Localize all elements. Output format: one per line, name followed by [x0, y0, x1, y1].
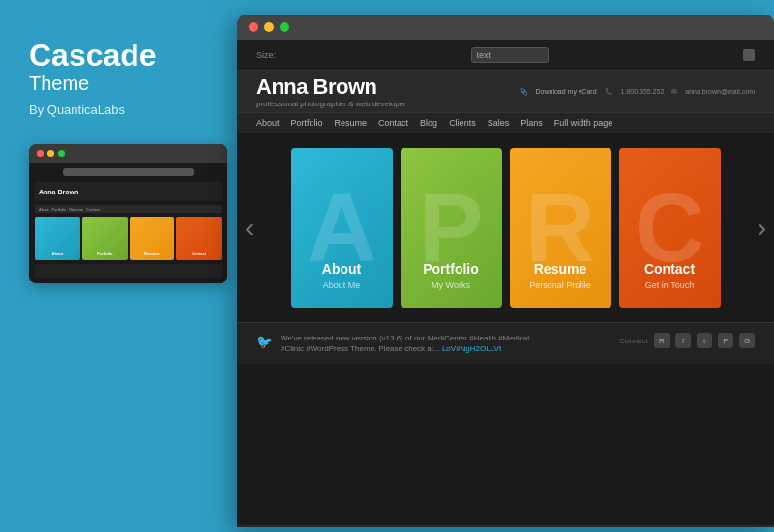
phone-icon: 📞 — [605, 88, 613, 96]
theme-title-block: Cascade Theme By QuanticaLabs — [29, 39, 203, 144]
theme-type: Theme — [29, 73, 203, 95]
card-contact[interactable]: C Contact Get in Touch — [619, 148, 721, 308]
nav-clients[interactable]: Clients — [449, 118, 476, 128]
large-browser-bar — [237, 15, 774, 40]
card-portfolio-subtitle: My Works — [423, 281, 479, 290]
card-portfolio-title: Portfolio — [423, 261, 479, 277]
card-about-title: About — [322, 261, 361, 277]
site-logo-row: Anna Brown professional photographer & w… — [237, 71, 774, 113]
small-nav-portfolio: Portfolio — [51, 207, 66, 212]
site-logo-section: Anna Brown professional photographer & w… — [256, 74, 520, 108]
large-dot-yellow — [264, 22, 274, 32]
search-icon[interactable] — [743, 49, 755, 61]
site-top-bar: Size: — [237, 40, 774, 71]
card-resume[interactable]: R Resume Personal Profile — [510, 148, 611, 308]
card-about[interactable]: A About About Me — [291, 148, 393, 308]
card-resume-title: Resume — [529, 261, 591, 277]
small-nav-about: About — [39, 207, 48, 212]
site-main-cards-section: ‹ A About About Me P Portfoli — [237, 133, 774, 322]
nav-sales[interactable]: Sales — [488, 118, 510, 128]
card-resume-subtitle: Personal Profile — [529, 281, 591, 290]
nav-contact[interactable]: Contact — [378, 118, 408, 128]
nav-about[interactable]: About — [256, 118, 280, 128]
footer-connect-section: Connect R f t P G — [619, 333, 755, 348]
theme-name: Cascade — [29, 39, 203, 73]
card-portfolio-text: Portfolio My Works — [423, 261, 479, 290]
small-nav-resume: Resume — [69, 207, 83, 212]
small-card-contact: Contact — [176, 217, 222, 260]
large-dot-green — [280, 22, 289, 32]
nav-resume[interactable]: Resume — [335, 118, 368, 128]
google-icon[interactable]: G — [739, 333, 755, 348]
nav-fullwidth[interactable]: Full width page — [554, 118, 613, 128]
large-dot-red — [249, 22, 258, 32]
nav-plans[interactable]: Plans — [521, 118, 543, 128]
site-tagline: professional photographer & web develope… — [256, 100, 520, 108]
small-site-footer — [35, 264, 222, 278]
tweet-text: We've released new version (v13.6) of ou… — [281, 333, 529, 354]
small-address-bar — [63, 168, 194, 176]
small-site-nav: About Portfolio Resume Contact — [35, 205, 222, 213]
small-card-about-label: About — [52, 251, 64, 256]
next-arrow[interactable]: › — [758, 213, 766, 244]
small-site-header: Anna Brown — [35, 182, 222, 201]
tweet-link[interactable]: LoV#NgH2OLLVt — [442, 344, 501, 353]
site-search-label: Size: — [256, 50, 276, 60]
phone-number: 1.800.355.252 — [621, 88, 665, 95]
small-browser-bar — [29, 144, 227, 163]
small-card-portfolio: Portfolio — [82, 217, 128, 260]
small-browser-mockup: Anna Brown About Portfolio Resume Contac… — [29, 144, 227, 283]
card-about-subtitle: About Me — [322, 281, 361, 290]
small-nav-contact: Contact — [86, 207, 100, 212]
site-contact-info: 📎 Download my vCard 📞 1.800.355.252 ✉ an… — [520, 88, 756, 96]
card-about-text: About About Me — [322, 261, 361, 290]
vcard-icon: 📎 — [520, 88, 528, 96]
twitter-bird-icon: 🐦 — [256, 334, 273, 349]
theme-author: By QuanticaLabs — [29, 103, 203, 117]
small-card-about: About — [35, 217, 80, 260]
nav-blog[interactable]: Blog — [420, 118, 437, 128]
search-input[interactable] — [471, 47, 549, 63]
small-card-resume: Resume — [130, 217, 175, 260]
email-icon: ✉ — [671, 88, 677, 96]
vcard-link[interactable]: Download my vCard — [536, 88, 597, 95]
card-contact-subtitle: Get in Touch — [644, 281, 695, 290]
email-address: anna.brown@mail.com — [685, 88, 755, 95]
prev-arrow[interactable]: ‹ — [245, 213, 253, 244]
small-card-resume-label: Resume — [144, 251, 160, 256]
left-panel: Cascade Theme By QuanticaLabs Anna Brown… — [0, 0, 232, 532]
small-card-portfolio-label: Portfolio — [97, 251, 112, 256]
cards-container: A About About Me P Portfolio My Works — [237, 133, 774, 322]
card-portfolio[interactable]: P Portfolio My Works — [401, 148, 502, 308]
pinterest-icon[interactable]: P — [718, 333, 733, 348]
large-browser-content: Size: Anna Brown professional photograph… — [237, 40, 774, 525]
card-contact-title: Contact — [644, 261, 695, 277]
small-dot-yellow — [47, 150, 54, 157]
site-nav: About Portfolio Resume Contact Blog Clie… — [237, 113, 774, 133]
twitter-icon[interactable]: t — [697, 333, 712, 348]
connect-label: Connect — [619, 337, 648, 345]
card-contact-text: Contact Get in Touch — [644, 261, 695, 290]
small-dot-green — [58, 150, 65, 157]
site-name: Anna Brown — [256, 74, 520, 100]
nav-portfolio[interactable]: Portfolio — [291, 118, 323, 128]
small-site-name: Anna Brown — [39, 189, 78, 195]
small-card-contact-label: Contact — [192, 251, 206, 256]
card-resume-text: Resume Personal Profile — [529, 261, 591, 290]
small-dot-red — [37, 150, 44, 157]
footer-tweet-section: 🐦 We've released new version (v13.6) of … — [256, 333, 529, 354]
facebook-icon[interactable]: f — [675, 333, 691, 348]
site-footer: 🐦 We've released new version (v13.6) of … — [237, 322, 774, 364]
small-cards-container: About Portfolio Resume Contact — [35, 217, 222, 260]
large-browser-mockup: Size: Anna Brown professional photograph… — [237, 15, 774, 527]
rss-icon[interactable]: R — [654, 333, 670, 348]
small-browser-content: Anna Brown About Portfolio Resume Contac… — [29, 163, 227, 283]
